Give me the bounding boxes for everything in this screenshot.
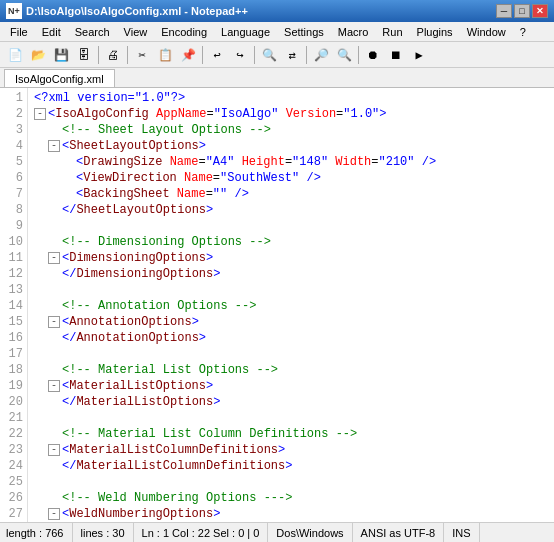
code-line — [34, 346, 548, 362]
line-number: 24 — [4, 458, 23, 474]
menu-item-macro[interactable]: Macro — [332, 24, 375, 40]
toolbar-separator-5 — [306, 46, 307, 64]
line-number: 21 — [4, 410, 23, 426]
fold-icon[interactable]: - — [48, 444, 60, 456]
fold-icon[interactable]: - — [48, 380, 60, 392]
macro-stop-button[interactable]: ⏹ — [385, 44, 407, 66]
cut-button[interactable]: ✂ — [131, 44, 153, 66]
status-lines: lines : 30 — [73, 523, 134, 542]
code-line: -<AnnotationOptions> — [34, 314, 548, 330]
line-number: 8 — [4, 202, 23, 218]
code-line — [34, 218, 548, 234]
line-number: 6 — [4, 170, 23, 186]
menu-bar: FileEditSearchViewEncodingLanguageSettin… — [0, 22, 554, 42]
code-line: <ViewDirection Name="SouthWest" /> — [34, 170, 548, 186]
window-title: D:\IsoAlgo\IsoAlgoConfig.xml - Notepad++ — [26, 5, 248, 17]
code-line: <!-- Sheet Layout Options --> — [34, 122, 548, 138]
status-lineending: Dos\Windows — [268, 523, 352, 542]
menu-item-encoding[interactable]: Encoding — [155, 24, 213, 40]
title-bar: N+ D:\IsoAlgo\IsoAlgoConfig.xml - Notepa… — [0, 0, 554, 22]
find-button[interactable]: 🔍 — [258, 44, 280, 66]
redo-button[interactable]: ↪ — [229, 44, 251, 66]
status-encoding: ANSI as UTF-8 — [353, 523, 445, 542]
toolbar-separator-6 — [358, 46, 359, 64]
macro-record-button[interactable]: ⏺ — [362, 44, 384, 66]
toolbar: 📄 📂 💾 🗄 🖨 ✂ 📋 📌 ↩ ↪ 🔍 ⇄ 🔎 🔍 ⏺ ⏹ ▶ — [0, 42, 554, 68]
open-button[interactable]: 📂 — [27, 44, 49, 66]
maximize-button[interactable]: □ — [514, 4, 530, 18]
menu-item-search[interactable]: Search — [69, 24, 116, 40]
save-all-button[interactable]: 🗄 — [73, 44, 95, 66]
menu-item-?[interactable]: ? — [514, 24, 532, 40]
menu-item-settings[interactable]: Settings — [278, 24, 330, 40]
tab-label: IsoAlgoConfig.xml — [15, 73, 104, 85]
toolbar-separator-4 — [254, 46, 255, 64]
line-number: 4 — [4, 138, 23, 154]
line-number: 22 — [4, 426, 23, 442]
code-line — [34, 474, 548, 490]
line-number: 2 — [4, 106, 23, 122]
line-number: 11 — [4, 250, 23, 266]
line-number: 14 — [4, 298, 23, 314]
minimize-button[interactable]: ─ — [496, 4, 512, 18]
menu-item-run[interactable]: Run — [376, 24, 408, 40]
line-number: 26 — [4, 490, 23, 506]
editor: 1234567891011121314151617181920212223242… — [0, 88, 554, 522]
paste-button[interactable]: 📌 — [177, 44, 199, 66]
code-line: <!-- Annotation Options --> — [34, 298, 548, 314]
fold-icon[interactable]: - — [48, 140, 60, 152]
code-line: -<MaterialListColumnDefinitions> — [34, 442, 548, 458]
code-line: </SheetLayoutOptions> — [34, 202, 548, 218]
code-line: <BackingSheet Name="" /> — [34, 186, 548, 202]
menu-item-plugins[interactable]: Plugins — [411, 24, 459, 40]
save-button[interactable]: 💾 — [50, 44, 72, 66]
line-number: 23 — [4, 442, 23, 458]
status-position: Ln : 1 Col : 22 Sel : 0 | 0 — [134, 523, 269, 542]
code-line — [34, 282, 548, 298]
tab-bar: IsoAlgoConfig.xml — [0, 68, 554, 88]
line-number: 18 — [4, 362, 23, 378]
code-line: <!-- Dimensioning Options --> — [34, 234, 548, 250]
code-line: </MaterialListOptions> — [34, 394, 548, 410]
menu-item-window[interactable]: Window — [461, 24, 512, 40]
file-tab[interactable]: IsoAlgoConfig.xml — [4, 69, 115, 87]
print-button[interactable]: 🖨 — [102, 44, 124, 66]
fold-icon[interactable]: - — [48, 508, 60, 520]
line-number: 1 — [4, 90, 23, 106]
new-button[interactable]: 📄 — [4, 44, 26, 66]
code-line: </AnnotationOptions> — [34, 330, 548, 346]
line-number: 3 — [4, 122, 23, 138]
undo-button[interactable]: ↩ — [206, 44, 228, 66]
line-number: 12 — [4, 266, 23, 282]
code-line: <?xml version="1.0"?> — [34, 90, 548, 106]
menu-item-edit[interactable]: Edit — [36, 24, 67, 40]
zoom-in-button[interactable]: 🔎 — [310, 44, 332, 66]
copy-button[interactable]: 📋 — [154, 44, 176, 66]
zoom-out-button[interactable]: 🔍 — [333, 44, 355, 66]
toolbar-separator-1 — [98, 46, 99, 64]
code-area[interactable]: <?xml version="1.0"?>-<IsoAlgoConfig App… — [28, 88, 554, 522]
line-number: 10 — [4, 234, 23, 250]
status-mode: INS — [444, 523, 479, 542]
line-number: 19 — [4, 378, 23, 394]
line-number: 20 — [4, 394, 23, 410]
close-button[interactable]: ✕ — [532, 4, 548, 18]
line-number: 17 — [4, 346, 23, 362]
title-bar-left: N+ D:\IsoAlgo\IsoAlgoConfig.xml - Notepa… — [6, 3, 248, 19]
line-number: 7 — [4, 186, 23, 202]
code-line: -<WeldNumberingOptions> — [34, 506, 548, 522]
fold-icon[interactable]: - — [48, 316, 60, 328]
line-number: 25 — [4, 474, 23, 490]
status-length: length : 766 — [6, 523, 73, 542]
fold-icon[interactable]: - — [48, 252, 60, 264]
line-number: 15 — [4, 314, 23, 330]
menu-item-language[interactable]: Language — [215, 24, 276, 40]
toolbar-separator-3 — [202, 46, 203, 64]
replace-button[interactable]: ⇄ — [281, 44, 303, 66]
menu-item-file[interactable]: File — [4, 24, 34, 40]
code-line: -<MaterialListOptions> — [34, 378, 548, 394]
code-line: -<IsoAlgoConfig AppName="IsoAlgo" Versio… — [34, 106, 548, 122]
menu-item-view[interactable]: View — [118, 24, 154, 40]
fold-icon[interactable]: - — [34, 108, 46, 120]
macro-play-button[interactable]: ▶ — [408, 44, 430, 66]
